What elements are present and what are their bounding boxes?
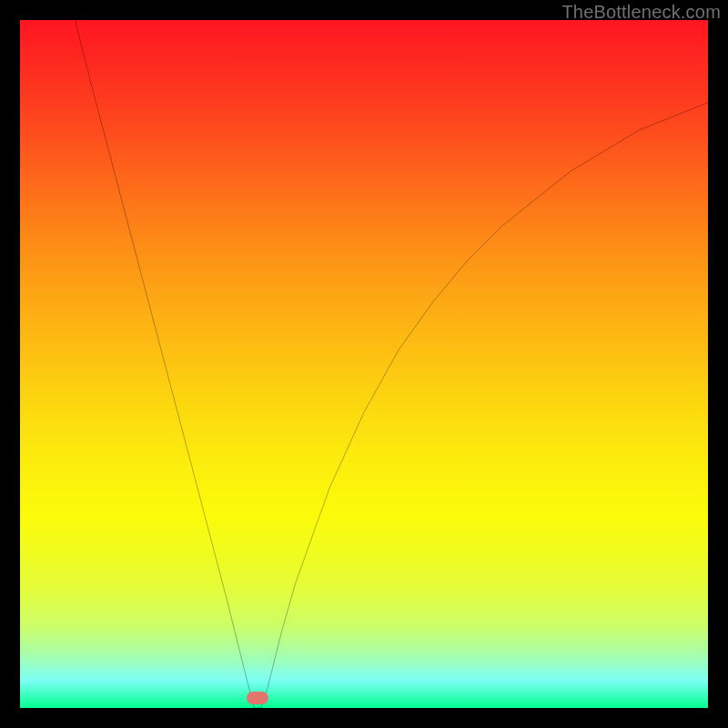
optimal-point-marker: [247, 692, 268, 704]
chart-plot-area: [20, 20, 708, 708]
bottleneck-curve: [20, 20, 708, 708]
watermark-text: TheBottleneck.com: [561, 2, 721, 23]
